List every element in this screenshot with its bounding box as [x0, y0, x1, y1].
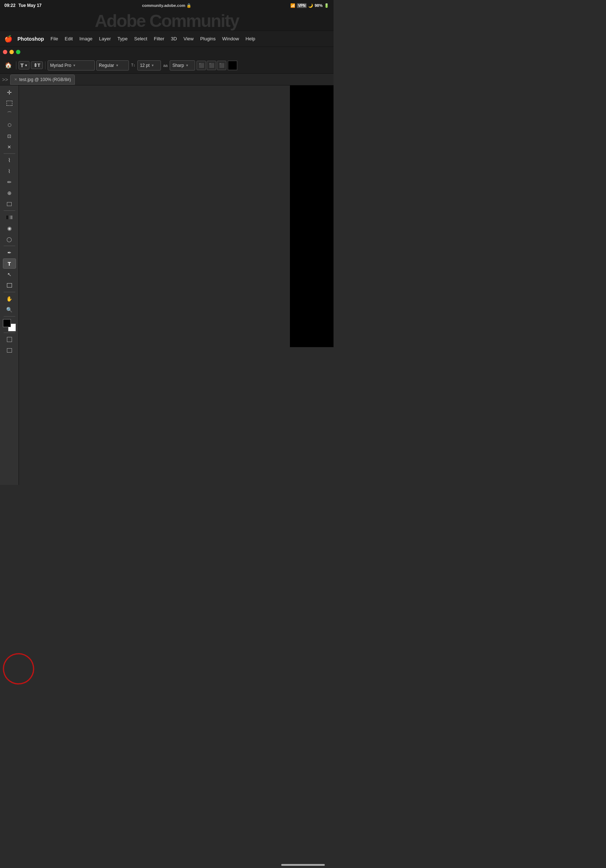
text-orientation-button[interactable]: ⇕T — [31, 61, 43, 69]
zoom-icon: 🔍 — [6, 307, 12, 313]
apple-menu[interactable]: 🍎 — [3, 33, 14, 44]
tab-close-button[interactable]: ✕ — [14, 78, 17, 81]
battery-icon: 🔋 — [324, 3, 329, 8]
move-tool-icon: ✛ — [7, 89, 12, 96]
font-family-arrow: ▼ — [73, 64, 76, 67]
clone-stamp-tool[interactable]: ⊕ — [3, 188, 16, 198]
eraser-icon — [7, 202, 12, 206]
antialiasing-dropdown[interactable]: Sharp ▼ — [170, 60, 195, 71]
menu-type[interactable]: Type — [114, 34, 130, 43]
align-right-icon: ⬛ — [219, 63, 224, 68]
hand-icon: ✋ — [6, 296, 12, 302]
menu-select[interactable]: Select — [131, 34, 150, 43]
menu-edit[interactable]: Edit — [62, 34, 76, 43]
slice-tool[interactable]: ✕ — [3, 142, 16, 152]
marquee-tool[interactable] — [3, 98, 16, 108]
menu-plugins[interactable]: Plugins — [197, 34, 219, 43]
align-left-icon: ⬛ — [199, 63, 204, 68]
text-tool-dropdown-arrow: ▼ — [24, 64, 28, 67]
gradient-tool[interactable] — [3, 212, 16, 222]
type-icon: T — [8, 260, 11, 267]
screen-mode-button[interactable] — [3, 345, 16, 355]
align-right-button[interactable]: ⬛ — [217, 61, 226, 70]
status-bar: 09:22 Tue May 17 community.adobe.com 🔒 📶… — [0, 0, 334, 11]
antialiasing-label: aa — [162, 63, 168, 68]
status-bar-left: 09:22 Tue May 17 — [5, 3, 42, 8]
menu-view[interactable]: View — [181, 34, 196, 43]
font-family-dropdown[interactable]: Myriad Pro ▼ — [48, 60, 95, 71]
brush-tool[interactable]: ⌇ — [3, 166, 16, 176]
text-orientation-icon: ⇕T — [33, 62, 40, 68]
adobe-header-text: Adobe Community — [95, 11, 239, 31]
move-tool[interactable]: ✛ — [3, 87, 16, 98]
menu-3d[interactable]: 3D — [168, 34, 180, 43]
quick-mask-button[interactable] — [3, 335, 16, 344]
text-tool-selector[interactable]: T ▼ — [19, 61, 29, 70]
text-tool-icon: T — [20, 62, 24, 68]
dodge-icon: ◯ — [6, 237, 12, 242]
tab-more-button[interactable]: >> — [2, 76, 9, 83]
type-tool[interactable]: T — [3, 259, 16, 269]
document-tab[interactable]: ✕ test.jpg @ 100% (RGB/8#) — [10, 74, 75, 85]
lasso-tool-icon: ⌒ — [7, 111, 12, 118]
clone-stamp-icon: ⊕ — [7, 190, 12, 196]
app-name[interactable]: Photoshop — [14, 34, 47, 43]
font-size-value: 12 pt — [140, 63, 150, 68]
menu-image[interactable]: Image — [76, 34, 95, 43]
canvas-area — [19, 85, 334, 485]
polygonal-lasso-tool[interactable]: ⬡ — [3, 120, 16, 130]
shape-icon — [7, 283, 12, 288]
font-size-dropdown[interactable]: 12 pt ▼ — [137, 60, 161, 71]
vpn-badge: VPN — [297, 3, 307, 8]
menu-help[interactable]: Help — [243, 34, 258, 43]
status-date: Tue May 17 — [19, 3, 42, 8]
text-color-swatch[interactable] — [228, 61, 237, 70]
path-selection-icon: ↖ — [7, 271, 12, 277]
eraser-tool[interactable] — [3, 199, 16, 209]
app-menu-bar: 🍎 Photoshop File Edit Image Layer Type S… — [0, 31, 334, 47]
zoom-tool[interactable]: 🔍 — [3, 305, 16, 315]
path-selection-tool[interactable]: ↖ — [3, 269, 16, 279]
font-style-value: Regular — [99, 63, 114, 68]
window-close-button[interactable] — [3, 50, 7, 54]
tool-sep-2 — [4, 211, 15, 211]
photoshop-toolbar: 🏠 T ▼ ⇕T Myriad Pro ▼ Regular ▼ T↕ 12 pt… — [0, 57, 334, 74]
blur-tool[interactable]: ◉ — [3, 223, 16, 233]
font-size-arrow: ▼ — [151, 64, 155, 67]
tool-sep-5 — [4, 316, 15, 316]
menu-filter[interactable]: Filter — [151, 34, 167, 43]
align-left-button[interactable]: ⬛ — [196, 61, 206, 70]
shape-tool[interactable] — [3, 280, 16, 290]
align-center-button[interactable]: ⬛ — [207, 61, 216, 70]
tools-panel: ✛ ⌒ ⬡ ⊡ ✕ ⌇ ⌇ ✏ — [0, 85, 19, 485]
tool-sep-4 — [4, 292, 15, 292]
menu-window[interactable]: Window — [220, 34, 242, 43]
main-workspace: ✛ ⌒ ⬡ ⊡ ✕ ⌇ ⌇ ✏ — [0, 85, 334, 485]
document-tab-bar: >> ✕ test.jpg @ 100% (RGB/8#) — [0, 74, 334, 85]
pen-icon: ✒ — [7, 250, 12, 256]
adobe-community-header: Adobe Community — [0, 11, 334, 31]
font-style-arrow: ▼ — [116, 64, 119, 67]
font-style-dropdown[interactable]: Regular ▼ — [96, 60, 129, 71]
foreground-color-swatch[interactable] — [3, 319, 11, 327]
eyedropper-icon: ⌇ — [8, 157, 11, 164]
brush-icon: ⌇ — [8, 168, 11, 174]
lasso-tool[interactable]: ⌒ — [3, 109, 16, 119]
pen-tool[interactable]: ✒ — [3, 248, 16, 258]
antialiasing-arrow: ▼ — [185, 64, 189, 67]
pencil-tool[interactable]: ✏ — [3, 177, 16, 187]
gradient-icon — [6, 215, 12, 219]
marquee-tool-icon — [6, 101, 12, 106]
menu-layer[interactable]: Layer — [96, 34, 114, 43]
quick-mask-icon — [7, 337, 12, 342]
antialiasing-value: Sharp — [172, 63, 184, 68]
home-button[interactable]: 🏠 — [3, 60, 14, 71]
menu-file[interactable]: File — [48, 34, 61, 43]
crop-tool[interactable]: ⊡ — [3, 131, 16, 141]
window-minimize-button[interactable] — [9, 50, 14, 54]
window-maximize-button[interactable] — [16, 50, 20, 54]
hand-tool[interactable]: ✋ — [3, 294, 16, 304]
eyedropper-tool[interactable]: ⌇ — [3, 155, 16, 165]
crop-tool-icon: ⊡ — [7, 133, 11, 139]
dodge-tool[interactable]: ◯ — [3, 234, 16, 244]
